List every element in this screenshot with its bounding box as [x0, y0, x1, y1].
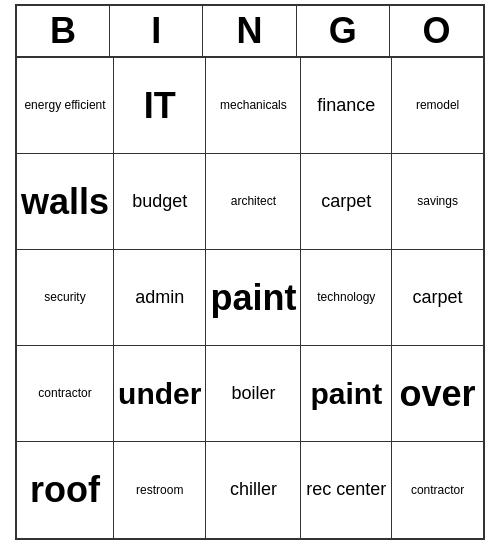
bingo-cell-10: security: [17, 250, 114, 346]
header-letter-i: I: [110, 6, 203, 56]
cell-text-2: mechanicals: [220, 98, 287, 112]
cell-text-9: savings: [417, 194, 458, 208]
header-letter-o: O: [390, 6, 483, 56]
bingo-cell-0: energy efficient: [17, 58, 114, 154]
header-letter-n: N: [203, 6, 296, 56]
header-letter-g: G: [297, 6, 390, 56]
bingo-cell-8: carpet: [301, 154, 392, 250]
cell-text-13: technology: [317, 290, 375, 304]
cell-text-16: under: [118, 376, 201, 412]
bingo-cell-16: under: [114, 346, 206, 442]
cell-text-11: admin: [135, 287, 184, 309]
bingo-cell-21: restroom: [114, 442, 206, 538]
cell-text-4: remodel: [416, 98, 459, 112]
bingo-cell-20: roof: [17, 442, 114, 538]
cell-text-8: carpet: [321, 191, 371, 213]
cell-text-1: IT: [144, 84, 176, 127]
bingo-cell-17: boiler: [206, 346, 301, 442]
bingo-cell-18: paint: [301, 346, 392, 442]
bingo-cell-2: mechanicals: [206, 58, 301, 154]
bingo-card: BINGO energy efficientITmechanicalsfinan…: [15, 4, 485, 540]
bingo-header: BINGO: [17, 6, 483, 58]
header-letter-b: B: [17, 6, 110, 56]
cell-text-18: paint: [310, 376, 382, 412]
bingo-cell-5: walls: [17, 154, 114, 250]
bingo-cell-22: chiller: [206, 442, 301, 538]
cell-text-22: chiller: [230, 479, 277, 501]
bingo-cell-4: remodel: [392, 58, 483, 154]
cell-text-24: contractor: [411, 483, 464, 497]
bingo-cell-14: carpet: [392, 250, 483, 346]
cell-text-17: boiler: [231, 383, 275, 405]
cell-text-19: over: [400, 372, 476, 415]
bingo-cell-7: architect: [206, 154, 301, 250]
cell-text-21: restroom: [136, 483, 183, 497]
cell-text-23: rec center: [306, 479, 386, 501]
bingo-cell-1: IT: [114, 58, 206, 154]
bingo-cell-3: finance: [301, 58, 392, 154]
bingo-cell-11: admin: [114, 250, 206, 346]
cell-text-10: security: [44, 290, 85, 304]
bingo-cell-19: over: [392, 346, 483, 442]
bingo-cell-23: rec center: [301, 442, 392, 538]
cell-text-14: carpet: [413, 287, 463, 309]
bingo-grid: energy efficientITmechanicalsfinanceremo…: [17, 58, 483, 538]
bingo-cell-12: paint: [206, 250, 301, 346]
bingo-cell-13: technology: [301, 250, 392, 346]
cell-text-3: finance: [317, 95, 375, 117]
cell-text-12: paint: [210, 276, 296, 319]
bingo-cell-9: savings: [392, 154, 483, 250]
bingo-cell-6: budget: [114, 154, 206, 250]
cell-text-6: budget: [132, 191, 187, 213]
cell-text-7: architect: [231, 194, 276, 208]
cell-text-20: roof: [30, 468, 100, 511]
cell-text-0: energy efficient: [24, 98, 105, 112]
bingo-cell-15: contractor: [17, 346, 114, 442]
cell-text-5: walls: [21, 180, 109, 223]
bingo-cell-24: contractor: [392, 442, 483, 538]
cell-text-15: contractor: [38, 386, 91, 400]
